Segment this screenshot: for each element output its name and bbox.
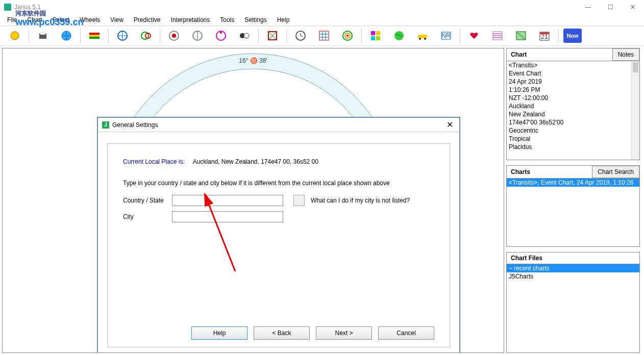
- chart-files-item[interactable]: ~ recent charts: [507, 264, 639, 272]
- svg-text:16°  ♉  38': 16° ♉ 38': [239, 57, 267, 64]
- chart-panel-title: Chart: [507, 49, 612, 60]
- chart-info-line: 24 Apr 2019: [507, 78, 639, 86]
- wheel1-icon[interactable]: [113, 29, 132, 43]
- chart-info-line: Event Chart: [507, 69, 639, 78]
- next-button[interactable]: Next >: [316, 326, 372, 340]
- chart-files-panel-title: Chart Files: [507, 252, 639, 264]
- dialog-icon: J: [102, 121, 109, 129]
- app-icon: [4, 4, 11, 11]
- instruction-text: Type in your country / state and city be…: [123, 180, 434, 187]
- svg-point-11: [172, 34, 176, 38]
- new-chart-icon[interactable]: [6, 29, 24, 43]
- svg-rect-23: [371, 31, 375, 35]
- city-input[interactable]: [172, 211, 283, 222]
- svg-rect-6: [89, 37, 100, 39]
- menu-view[interactable]: View: [105, 15, 129, 24]
- now-icon[interactable]: Now: [563, 29, 582, 43]
- moon-icon[interactable]: [235, 29, 254, 43]
- chart-info-line: 1:10:26 PM: [507, 86, 639, 94]
- menu-settings[interactable]: Settings: [239, 15, 271, 24]
- country-input[interactable]: [172, 195, 283, 206]
- chart-info-line: New Zealand: [507, 110, 639, 118]
- clock-icon[interactable]: [291, 29, 310, 43]
- grid-icon[interactable]: [315, 29, 333, 43]
- menu-file[interactable]: File: [2, 15, 22, 24]
- svg-point-0: [11, 32, 19, 40]
- svg-point-30: [424, 38, 426, 40]
- tile-icon[interactable]: [366, 29, 385, 43]
- svg-text:21: 21: [541, 33, 548, 40]
- chart-search-button[interactable]: Chart Search: [592, 166, 639, 178]
- svg-rect-26: [376, 36, 380, 40]
- wheel5-icon[interactable]: [212, 29, 230, 43]
- scrollbar[interactable]: [631, 61, 639, 160]
- cancel-button[interactable]: Cancel: [378, 326, 434, 340]
- print-icon[interactable]: [34, 29, 52, 43]
- menu-predictive[interactable]: Predictive: [129, 15, 166, 24]
- chart-info-line: <Transits>: [507, 61, 639, 69]
- chart-info-line: Placidus: [507, 143, 639, 151]
- svg-point-16: [244, 33, 249, 38]
- svg-rect-2: [40, 32, 45, 35]
- globe-icon[interactable]: [390, 29, 408, 43]
- world-icon[interactable]: [57, 29, 76, 43]
- menu-chart[interactable]: Chart: [22, 15, 47, 24]
- target-icon[interactable]: [338, 29, 357, 43]
- chart-info-line: NZT -12:00:00: [507, 94, 639, 102]
- hearts-icon[interactable]: [465, 29, 483, 43]
- svg-point-22: [346, 35, 349, 37]
- maximize-button[interactable]: ☐: [599, 0, 622, 14]
- menu-interpretations[interactable]: Interpretations: [166, 15, 215, 24]
- chart-info-list: <Transits> Event Chart 24 Apr 2019 1:10:…: [507, 61, 639, 160]
- table-icon[interactable]: [488, 29, 507, 43]
- svg-point-27: [394, 31, 404, 40]
- square-icon[interactable]: [263, 29, 282, 43]
- general-settings-dialog: J General Settings ✕ Current Local Place…: [97, 117, 460, 353]
- chart-files-item[interactable]: J5Charts: [507, 272, 639, 281]
- toolbar: NR 21 Now: [0, 26, 644, 46]
- chart-info-line: 174e47'00 36s52'00: [507, 118, 639, 126]
- chart-info-line: Tropical: [507, 135, 639, 143]
- local-place-value: Auckland, New Zealand, 174e47 00, 36s52 …: [193, 158, 318, 165]
- svg-rect-25: [371, 36, 375, 40]
- svg-rect-4: [89, 33, 100, 35]
- grid2-icon[interactable]: [512, 29, 530, 43]
- charts-list-item[interactable]: <Transits>, Event Chart, 24 Apr 2019, 1:…: [507, 179, 639, 187]
- dialog-close-button[interactable]: ✕: [444, 120, 455, 130]
- chart-files-list[interactable]: ~ recent charts J5Charts: [507, 264, 639, 352]
- charts-panel-title: Charts: [507, 166, 592, 178]
- charts-list[interactable]: <Transits>, Event Chart, 24 Apr 2019, 1:…: [507, 179, 639, 246]
- window-title: Janus 5.1: [14, 4, 41, 11]
- close-button[interactable]: ✕: [622, 0, 644, 14]
- chart-info-line: Auckland: [507, 102, 639, 110]
- not-listed-checkbox[interactable]: [293, 195, 305, 206]
- wheel4-icon[interactable]: [188, 29, 207, 43]
- local-place-label: Current Local Place is:: [123, 158, 185, 165]
- menu-select[interactable]: Select: [47, 15, 75, 24]
- flags-icon[interactable]: [85, 29, 104, 43]
- help-button[interactable]: Help: [191, 326, 247, 340]
- nr-icon[interactable]: NR: [437, 29, 455, 43]
- menu-wheels[interactable]: Wheels: [75, 15, 105, 24]
- main-chart-area: 16° ♉ 38' 16° ♏ 38' 17° 13' 09° 57' ♎ ♐ …: [2, 48, 504, 353]
- menu-help[interactable]: Help: [272, 15, 295, 24]
- svg-rect-5: [89, 35, 100, 37]
- svg-point-14: [220, 32, 222, 34]
- city-label: City: [123, 213, 172, 220]
- notes-button[interactable]: Notes: [612, 48, 639, 61]
- svg-text:NR: NR: [441, 32, 451, 39]
- not-listed-text: What can I do if my city is not listed?: [311, 197, 410, 204]
- minimize-button[interactable]: —: [577, 0, 599, 14]
- wheel2-icon[interactable]: [137, 29, 155, 43]
- svg-rect-28: [418, 35, 427, 38]
- country-label: Country / State: [123, 197, 172, 204]
- menu-bar: File Chart Select Wheels View Predictive…: [0, 14, 644, 26]
- dialog-title-text: General Settings: [112, 121, 158, 129]
- svg-point-29: [419, 38, 421, 40]
- car-icon[interactable]: [413, 29, 432, 43]
- calendar-icon[interactable]: 21: [535, 29, 554, 43]
- back-button[interactable]: < Back: [254, 326, 310, 340]
- svg-rect-24: [376, 31, 380, 35]
- menu-tools[interactable]: Tools: [215, 15, 239, 24]
- wheel3-icon[interactable]: [165, 29, 183, 43]
